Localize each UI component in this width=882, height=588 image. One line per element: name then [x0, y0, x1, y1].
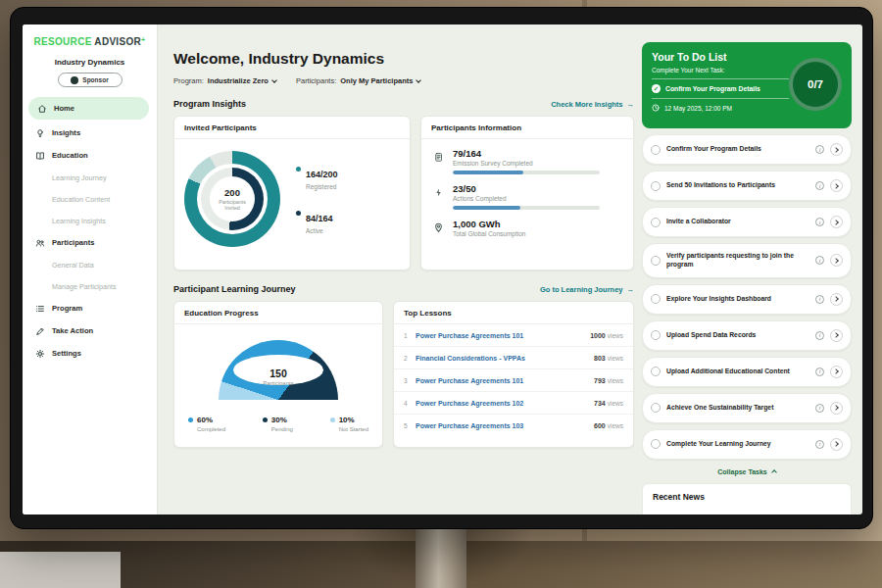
- lesson-link[interactable]: Power Purchase Agreements 101: [416, 377, 594, 384]
- task-checkbox[interactable]: [651, 145, 661, 155]
- task-item[interactable]: Upload Spend Data Records i: [642, 320, 852, 351]
- sidebar-item-label: Learning Insights: [52, 217, 106, 225]
- sidebar-item-program[interactable]: Program: [23, 297, 157, 319]
- sidebar-item-education-content[interactable]: Education Content: [23, 188, 157, 210]
- chevron-right-icon[interactable]: [830, 143, 843, 156]
- sidebar-item-general-data[interactable]: General Data: [23, 254, 157, 275]
- sponsor-badge[interactable]: Sponsor: [58, 73, 122, 87]
- info-icon[interactable]: i: [815, 181, 824, 190]
- task-item[interactable]: Verify participants requesting to join t…: [642, 243, 852, 278]
- sidebar-item-take-action[interactable]: Take Action: [23, 319, 157, 342]
- todo-next-task[interactable]: ✓ Confirm Your Program Details: [652, 78, 789, 99]
- monitor-stand: [416, 527, 466, 588]
- task-item[interactable]: Explore Your Insights Dashboard i: [642, 284, 852, 315]
- top-lessons-card: Top Lessons 1 Power Purchase Agreements …: [393, 301, 634, 448]
- task-item[interactable]: Confirm Your Program Details i: [642, 134, 852, 165]
- donut-center-label: Participants Invited: [210, 199, 255, 211]
- chevron-right-icon[interactable]: [830, 402, 843, 415]
- chevron-right-icon[interactable]: [830, 329, 843, 342]
- participants-filter-label: Participants:: [296, 76, 336, 85]
- pencil-icon: [34, 326, 45, 336]
- clock-icon: [652, 104, 660, 113]
- sidebar-item-home[interactable]: Home: [28, 97, 149, 120]
- task-checkbox[interactable]: [651, 218, 661, 227]
- sidebar-item-manage-participants[interactable]: Manage Participants: [23, 275, 157, 297]
- org-name: Industry Dynamics: [23, 58, 157, 67]
- screen: RESOURCE ADVISOR+ Industry Dynamics Spon…: [23, 24, 862, 514]
- task-label: Achieve One Sustainability Target: [666, 404, 809, 413]
- task-checkbox[interactable]: [651, 294, 661, 304]
- next-task-label: Confirm Your Program Details: [665, 85, 760, 92]
- info-icon[interactable]: i: [815, 295, 824, 304]
- lesson-views-label: views: [608, 422, 623, 429]
- stat-global-consumption: 1,000 GWh Total Global Consumption: [421, 210, 633, 237]
- main-content: Welcome, Industry Dynamics Program: Indu…: [158, 24, 642, 514]
- go-to-learning-journey-link[interactable]: Go to Learning Journey →: [540, 285, 634, 294]
- sidebar-item-participants[interactable]: Participants: [23, 231, 157, 254]
- education-gauge-chart: 150 Participants: [219, 340, 338, 400]
- collapse-tasks-button[interactable]: Collapse Tasks: [642, 468, 852, 475]
- progress-bar: [453, 206, 600, 210]
- task-item[interactable]: Send 50 Invitations to Participants i: [642, 171, 852, 201]
- lesson-link[interactable]: Power Purchase Agreements 103: [416, 422, 594, 429]
- task-checkbox[interactable]: [651, 330, 661, 340]
- task-checkbox[interactable]: [651, 181, 661, 191]
- lesson-link[interactable]: Power Purchase Agreements 101: [416, 332, 590, 339]
- task-checkbox[interactable]: [651, 256, 661, 266]
- book-icon: [34, 151, 45, 161]
- info-icon[interactable]: i: [815, 145, 824, 154]
- lesson-link[interactable]: Financial Considerations - VPPAs: [416, 355, 594, 362]
- task-checkbox[interactable]: [651, 403, 661, 413]
- check-icon: ✓: [652, 84, 661, 93]
- sidebar-item-learning-insights[interactable]: Learning Insights: [23, 210, 157, 231]
- chevron-right-icon[interactable]: [830, 366, 843, 378]
- stat-label: Emission Survey Completed: [453, 160, 600, 167]
- sidebar-item-settings[interactable]: Settings: [23, 342, 157, 365]
- chevron-right-icon[interactable]: [830, 438, 843, 451]
- logo-part2: ADVISOR: [94, 36, 141, 47]
- task-label: Upload Spend Data Records: [666, 331, 809, 340]
- program-filter[interactable]: Program: Industrialize Zero: [173, 76, 276, 85]
- task-label: Upload Additional Educational Content: [666, 368, 809, 376]
- task-item[interactable]: Complete Your Learning Journey i: [642, 429, 852, 460]
- check-more-insights-link[interactable]: Check More Insights →: [551, 100, 634, 109]
- legend-label: Completed: [197, 426, 225, 432]
- lesson-views-label: views: [608, 377, 623, 384]
- education-progress-card: Education Progress 150 Participants 60: [173, 301, 383, 448]
- lesson-rank: 5: [404, 422, 416, 429]
- stat-value: 79/164: [453, 148, 600, 159]
- chevron-right-icon[interactable]: [830, 216, 843, 228]
- lesson-views-count: 600: [594, 422, 606, 429]
- task-item[interactable]: Upload Additional Educational Content i: [642, 357, 852, 387]
- task-checkbox[interactable]: [651, 439, 661, 449]
- survey-icon: [433, 149, 444, 174]
- task-item[interactable]: Achieve One Sustainability Target i: [642, 393, 852, 423]
- task-item[interactable]: Invite a Collaborator i: [642, 207, 852, 237]
- participants-filter[interactable]: Participants: Only My Participants: [296, 76, 420, 85]
- insights-cards-row: Invited Participants 200 Participants In…: [173, 116, 634, 270]
- lesson-link[interactable]: Power Purchase Agreements 102: [416, 400, 594, 407]
- chevron-right-icon[interactable]: [830, 293, 843, 306]
- chevron-right-icon[interactable]: [830, 179, 843, 192]
- lesson-rank: 1: [404, 332, 416, 339]
- stat-value: 1,000 GWh: [453, 219, 525, 229]
- sidebar-item-insights[interactable]: Insights: [23, 122, 157, 144]
- lightbulb-icon: [34, 128, 45, 138]
- legend-label: Registered: [306, 183, 338, 190]
- sidebar-item-education[interactable]: Education: [23, 144, 157, 167]
- collapse-label: Collapse Tasks: [717, 468, 766, 475]
- info-icon[interactable]: i: [815, 440, 824, 449]
- info-icon[interactable]: i: [815, 256, 824, 265]
- info-icon[interactable]: i: [815, 404, 824, 413]
- sidebar-item-learning-journey[interactable]: Learning Journey: [23, 167, 157, 188]
- info-icon[interactable]: i: [815, 218, 824, 226]
- stat-label: Total Global Consumption: [453, 230, 525, 237]
- info-icon[interactable]: i: [815, 368, 824, 376]
- task-checkbox[interactable]: [651, 367, 661, 376]
- info-icon[interactable]: i: [815, 331, 824, 340]
- legend-pending: 30% Pending: [263, 416, 293, 432]
- lesson-views-count: 1000: [590, 332, 606, 339]
- chevron-right-icon[interactable]: [830, 254, 843, 267]
- sponsor-label: Sponsor: [82, 76, 108, 83]
- sidebar-nav: Home Insights Education Learning Journey: [23, 97, 157, 365]
